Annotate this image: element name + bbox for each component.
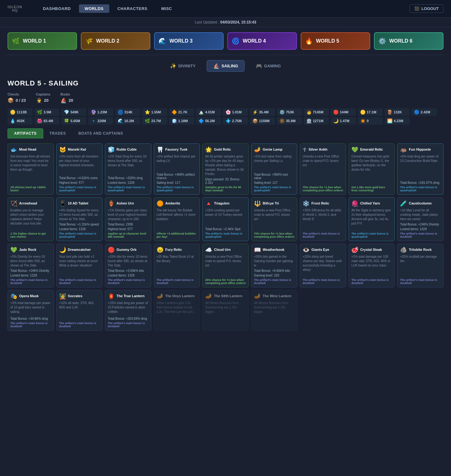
resource-item: 🪙1113B: [8, 108, 33, 116]
world-tab-2[interactable]: 🌾 WORLD 2: [81, 32, 150, 50]
resource-item: 🌙1.47M: [331, 117, 356, 125]
artifact-card[interactable]: ❄️ Frost Relic +30% Efficiency for all s…: [300, 197, 346, 241]
artifact-header: 🌟 Gold Relic: [205, 146, 246, 153]
sub-tab-sailing[interactable]: ⛵ SAILING: [207, 60, 245, 72]
resource-icon: 🏔️: [199, 110, 204, 115]
nav-dashboard[interactable]: DASHBOARD: [37, 4, 76, 13]
artifact-card[interactable]: 🏺 Ashen Urn +1% Divinity gains per class…: [105, 197, 151, 241]
resource-value: 83.4M: [44, 119, 53, 123]
artifact-status: The artifact's main bonus is doubled!: [351, 278, 392, 285]
world5-label: WORLD 5: [316, 38, 339, 44]
artifact-card[interactable]: 🪔 The Winz Lantern All Winzer Bonuses fr…: [251, 290, 298, 331]
artifact-card[interactable]: 🥩 Crystal Steak +2% total damage per 100…: [349, 244, 395, 287]
artifact-desc: Enables you to manage which chest rariti…: [10, 208, 51, 231]
resource-icon: 🌀: [118, 110, 123, 115]
artifact-name: Crystal Steak: [360, 248, 382, 252]
logout-button[interactable]: ⬛ LOGOUT: [410, 4, 443, 13]
artifact-card[interactable]: 🐱 Maneki Kat +2% coins from all monsters…: [56, 143, 103, 195]
artifact-card[interactable]: 🪨 Trilobite Rock +25% multikill per dama…: [397, 244, 443, 287]
resource-value: 314K: [124, 110, 132, 114]
artifact-card[interactable]: 🪔 The Onyx Lantern Other Lanterns give 1…: [154, 290, 200, 331]
artifact-card[interactable]: 😠 Fury Relic +25 Max Talent Book LV at t…: [154, 244, 200, 287]
resource-item: 🪩1.18M: [169, 117, 194, 125]
artifact-name: The Winz Lantern: [263, 294, 292, 298]
section-tab-trades[interactable]: TRADES: [43, 128, 72, 138]
artifact-card[interactable]: 🪔 Genie Lamp +2% loot value from sailing…: [251, 143, 298, 195]
artifact-card[interactable]: 📖 Weatherbook +35% bits gained in the Ga…: [251, 244, 298, 287]
artifact-icon: 🥩: [351, 246, 358, 253]
stats-row: Chests 📦 0 / 23 Captains 🧑‍✈️ 20 Boats ⛵…: [0, 92, 451, 108]
artifact-bonus: Looted items: 1328: [59, 227, 100, 231]
artifact-card[interactable]: 🔱 Billcye Tri Unlocks a new Post Office …: [251, 197, 298, 241]
resource-icon: 🌊: [118, 118, 123, 123]
resource-item: 🌅4.23M: [385, 117, 410, 125]
section-tab-boats[interactable]: BOATS AND CAPTAINS: [72, 128, 129, 138]
artifact-card[interactable]: 🌙 Dreamcatcher Your loot pile can hold +…: [56, 244, 103, 287]
resource-value: 56.2M: [205, 119, 215, 123]
artifact-icon: 🏹: [10, 200, 17, 207]
nav-worlds[interactable]: WORLDS: [79, 4, 109, 13]
artifact-header: 🏹 Arrowhead: [10, 200, 51, 207]
artifact-icon: 👁️: [303, 246, 309, 253]
artifact-card[interactable]: 🎭 Opera Mask +3% total damage per power …: [8, 290, 54, 331]
artifact-bonus: Sailing level: 117: [254, 181, 295, 184]
nav-characters[interactable]: CHARACTERS: [112, 4, 153, 13]
artifact-card[interactable]: 👁️ Giants Eye +25% shiny pet breed chanc…: [300, 244, 346, 287]
artifact-header: 🪔 The Winz Lantern: [254, 293, 295, 300]
artifact-card[interactable]: 🦷 Fauxory Tusk +1% artifact find chance …: [154, 143, 200, 195]
section-tab-artifacts[interactable]: ARTIFACTS: [8, 128, 43, 138]
sub-tab-divinity[interactable]: ✨ DIVINITY: [164, 60, 202, 72]
resource-item: 🏛️1271M: [304, 117, 329, 125]
resource-icon: 🔴: [333, 110, 339, 115]
artifact-status: The artifact's main bonus is quadrupled!: [351, 232, 392, 238]
artifact-desc: +2% total damage per 100 main stat, STR,…: [351, 255, 392, 277]
artifact-card[interactable]: 🌟 Gold Relic All 3d printer samples grow…: [202, 143, 249, 195]
artifact-card[interactable]: ☁️ Cloud Urn Unlocks a new Post Office c…: [202, 244, 249, 287]
sub-tabs: ✨ DIVINITY ⛵ SAILING 🎮 GAMING: [0, 55, 451, 77]
artifact-card[interactable]: ☥ Silver Ankh Unlocks a new Post Office …: [300, 143, 346, 195]
resource-icon: 🏛️: [306, 118, 312, 123]
resource-value: 4.01M: [205, 110, 215, 114]
artifact-card[interactable]: 🪔 The Stlth Lantern All Winter Bonuses f…: [202, 290, 249, 331]
artifact-name: Emerald Relic: [360, 147, 383, 152]
artifact-status: The artifact's main bonus is doubled!: [303, 278, 343, 285]
world-tab-3[interactable]: 🌊 WORLD 3: [154, 32, 224, 50]
artifact-desc: All Winzer Bonuses from Summerning are 1…: [254, 301, 295, 328]
artifact-card[interactable]: 🐟 Moal Head Get bonuses from all shrines…: [8, 143, 54, 195]
artifact-icon: 🪔: [205, 293, 212, 300]
artifact-header: 🐱 Maneki Kat: [59, 146, 100, 153]
artifact-bonus: Days passed: 33. Bonus: 2.32x: [205, 178, 246, 184]
artifact-card[interactable]: 🧑‍🏫 Socrates +10% all stats: STR, AGI, W…: [56, 290, 103, 331]
world-tab-5[interactable]: 🔥 WORLD 5: [301, 32, 370, 50]
artifact-card[interactable]: 🟠 Amberite The lab bonus 'No Bubble Left…: [154, 197, 200, 241]
artifact-card[interactable]: 🔴 Gummy Orb +15% bits for every 10 items…: [105, 244, 151, 287]
artifact-card[interactable]: 🔺 Triagulon +15% cooking speed per power…: [202, 197, 249, 241]
resource-value: 21.7K: [178, 110, 187, 114]
world-tab-4[interactable]: 🌀 WORLD 4: [227, 32, 297, 50]
artifact-icon: 🧪: [400, 200, 407, 207]
artifact-name: Weatherbook: [263, 248, 284, 252]
resource-value: 1.18M: [178, 119, 188, 123]
artifact-header: 🧶 Chilled Yarn: [351, 200, 392, 207]
nav-misc[interactable]: MISC: [156, 4, 178, 13]
world-tab-1[interactable]: 🌿 WORLD 1: [8, 32, 77, 50]
artifact-card[interactable]: 🏮 The True Lantern +15% total dmg per po…: [105, 290, 151, 331]
artifact-card[interactable]: 📱 10 AD Tablet +4% Sailing Speed for eve…: [56, 197, 103, 241]
resource-icon: ✴️: [360, 118, 365, 123]
artifact-card[interactable]: 🧪 Causticolumn +10 Max Level for all coo…: [397, 197, 443, 241]
artifact-card[interactable]: 💚 Jade Rock +3% Divinity for every 10 it…: [8, 244, 54, 287]
artifact-card[interactable]: 🧶 Chilled Yarn All the Sigils in alchemy…: [349, 197, 395, 241]
world-tab-6[interactable]: ⚙️ WORLD 6: [374, 32, 443, 50]
artifact-desc: +2% loot value from sailing chests per S…: [254, 154, 295, 172]
divinity-icon: ✨: [170, 63, 176, 69]
artifact-card[interactable]: 🦛 Fun Hippoete +6% total dmg per power o…: [397, 143, 443, 195]
artifact-status: The artifact's main bonus is quadrupled!: [59, 232, 100, 238]
artifact-status: The artifact's main bonus is doubled!: [108, 322, 148, 328]
artifact-name: Fury Relic: [165, 248, 182, 252]
artifact-card[interactable]: 🏹 Arrowhead Enables you to manage which …: [8, 197, 54, 241]
artifact-card[interactable]: 🧊 Ruble Cuble +1% Total Dmg for every 10…: [105, 143, 151, 195]
sub-tab-gaming[interactable]: 🎮 GAMING: [250, 60, 287, 72]
artifact-bonus: Total Bonus: +246% Divinity: [400, 223, 441, 226]
artifact-card[interactable]: 💚 Emerald Relic Convert treasures into g…: [349, 143, 395, 195]
resource-icon: 🔶: [172, 110, 177, 115]
